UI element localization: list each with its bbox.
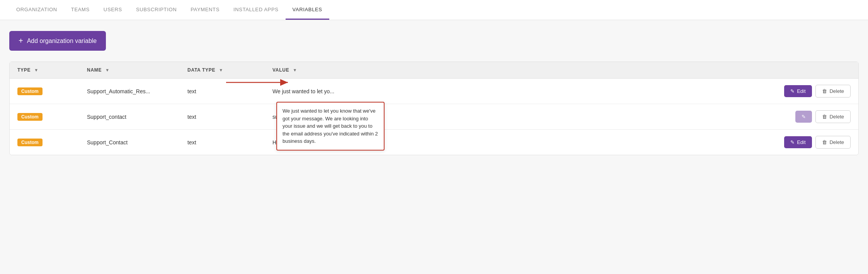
table-row: Custom Support_Contact text Haymitch Abe… [10,130,858,155]
row1-type-badge: Custom [17,87,43,95]
row2-datatype-cell: text [180,104,265,130]
row3-delete-button[interactable]: 🗑 Delete [815,136,851,149]
column-header-name: Name ▼ [79,62,180,79]
table-row: Custom Support_contact text suppor ✎ [10,104,858,130]
nav-item-installed-apps[interactable]: Installed Apps [226,0,286,20]
main-content: + Add organization variable Type ▼ Name … [0,20,868,166]
row1-edit-button[interactable]: ✎ Edit [784,85,812,97]
nav-item-payments[interactable]: Payments [184,0,226,20]
top-navigation: Organization Teams Users Subscription Pa… [0,0,868,20]
nav-label-subscription: Subscription [136,7,177,12]
row2-edit-button[interactable]: ✎ [795,111,812,123]
nav-label-payments: Payments [191,7,220,12]
nav-label-users: Users [104,7,122,12]
nav-label-organization: Organization [16,7,57,12]
nav-label-variables: Variables [293,7,322,12]
row1-name-cell: Support_Automatic_Res... [79,79,180,104]
add-organization-variable-button[interactable]: + Add organization variable [9,31,106,51]
column-header-type: Type ▼ [10,62,79,79]
row3-type-cell: Custom [10,130,79,155]
datatype-filter-icon[interactable]: ▼ [219,68,223,72]
variables-table: Type ▼ Name ▼ Data Type ▼ Value ▼ [10,62,858,155]
type-filter-icon[interactable]: ▼ [34,68,39,72]
row3-edit-button[interactable]: ✎ Edit [784,136,812,148]
row3-name-cell: Support_Contact [79,130,180,155]
plus-icon: + [19,36,23,45]
row2-name-cell: Support_contact [79,104,180,130]
row2-type-cell: Custom [10,104,79,130]
row1-delete-button[interactable]: 🗑 Delete [815,85,851,98]
add-button-label: Add organization variable [27,38,97,45]
row1-type-cell: Custom [10,79,79,104]
nav-item-subscription[interactable]: Subscription [129,0,184,20]
row2-delete-button[interactable]: 🗑 Delete [815,110,851,123]
trash-icon: 🗑 [822,114,827,120]
column-header-datatype: Data Type ▼ [180,62,265,79]
nav-item-variables[interactable]: Variables [286,0,329,20]
edit-icon: ✎ [790,139,795,145]
nav-item-organization[interactable]: Organization [9,0,64,20]
table-row: Custom Support_Automatic_Res... text We … [10,79,858,104]
variables-table-container: Type ▼ Name ▼ Data Type ▼ Value ▼ [9,62,859,155]
nav-item-users[interactable]: Users [97,0,129,20]
row3-type-badge: Custom [17,139,43,146]
tooltip-popup: We just wanted to let you know that we'v… [276,102,385,151]
row2-type-badge: Custom [17,113,43,121]
column-header-value: Value ▼ [265,62,766,79]
value-filter-icon[interactable]: ▼ [293,68,297,72]
trash-icon: 🗑 [822,139,827,145]
edit-icon: ✎ [790,88,795,94]
row1-value-cell: We just wanted to let yo... [265,79,766,104]
column-header-actions [766,62,858,79]
row3-actions-cell: ✎ Edit 🗑 Delete [766,130,858,155]
row3-datatype-cell: text [180,130,265,155]
edit-icon: ✎ [802,114,806,120]
row1-datatype-cell: text [180,79,265,104]
nav-item-teams[interactable]: Teams [64,0,97,20]
row2-actions-cell: ✎ 🗑 Delete [766,104,858,130]
name-filter-icon[interactable]: ▼ [105,68,110,72]
trash-icon: 🗑 [822,88,827,94]
table-header-row: Type ▼ Name ▼ Data Type ▼ Value ▼ [10,62,858,79]
nav-label-teams: Teams [71,7,90,12]
row1-actions-cell: ✎ Edit 🗑 Delete [766,79,858,104]
nav-label-installed-apps: Installed Apps [233,7,279,12]
